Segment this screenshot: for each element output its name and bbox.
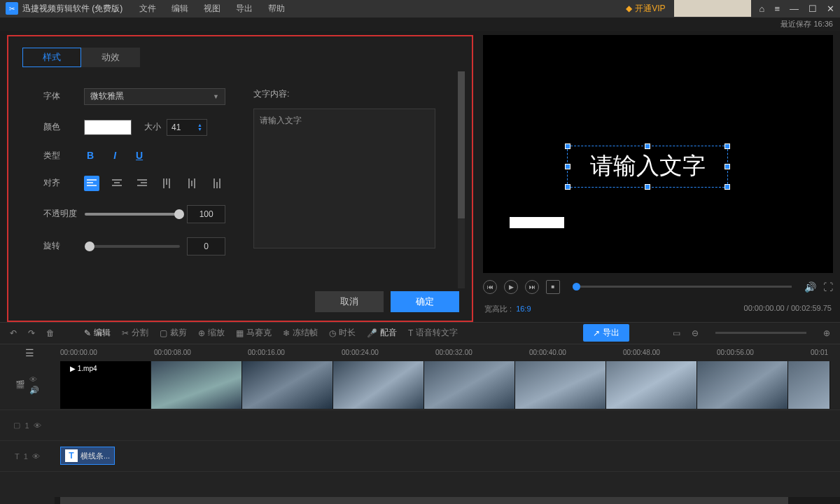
align-label: 对齐 [43,177,78,189]
video-clip[interactable]: ▶ 1.mp4 [60,361,830,409]
menu-export[interactable]: 导出 [236,3,253,15]
resize-handle[interactable] [565,164,570,169]
menu-edit[interactable]: 编辑 [172,3,188,15]
opacity-value[interactable]: 100 [187,205,225,223]
playback-slider[interactable] [573,286,792,288]
chevron-down-icon: ▼ [213,93,219,100]
close-icon[interactable]: ✕ [827,4,834,14]
save-status: 最近保存 16:36 [0,18,840,31]
redo-button[interactable]: ↷ [28,328,35,338]
main-menu: 文件 编辑 视图 导出 帮助 [139,3,285,15]
resize-handle[interactable] [724,184,730,190]
stop-button[interactable]: ■ [546,280,560,294]
prev-button[interactable]: ⏮ [483,280,497,294]
color-swatch[interactable] [84,120,132,135]
zoom-in-icon[interactable]: ⊕ [823,328,830,338]
overlay-bar[interactable] [510,217,564,228]
split-button[interactable]: ✂ 分割 [122,327,148,339]
align-v-top-button[interactable] [160,176,175,191]
opacity-slider[interactable] [85,213,181,216]
play-button[interactable]: ▶ [504,280,518,294]
align-v-mid-button[interactable] [185,176,200,191]
export-button[interactable]: ↗ 导出 [583,324,629,342]
resize-handle[interactable] [565,184,570,190]
resize-handle[interactable] [645,184,650,190]
home-icon[interactable]: ⌂ [760,4,765,14]
fullscreen-icon[interactable]: ⛶ [823,281,833,293]
tab-style[interactable]: 样式 [22,48,81,67]
titlebar: ✂ 迅捷视频剪辑软件 (免费版) 文件 编辑 视图 导出 帮助 ◆ 开通VIP … [0,0,840,18]
resize-handle[interactable] [724,144,730,149]
ruler-menu-icon[interactable]: ☰ [25,347,34,358]
time-ruler[interactable]: ☰ 00:00:00.00 00:00:08.00 00:00:16.00 00… [0,344,840,360]
resize-handle[interactable] [645,144,650,149]
mosaic-button[interactable]: ▦ 马赛克 [236,327,272,339]
track-head: 🎬 👁🔊 [0,375,55,395]
dub-button[interactable]: 🎤 配音 [367,327,397,339]
vip-button[interactable]: ◆ 开通VIP [626,3,665,15]
menu-help[interactable]: 帮助 [268,3,285,15]
edit-toolbar: ↶ ↷ 🗑 ✎ 编辑 ✂ 分割 ▢ 裁剪 ⊕ 缩放 ▦ 马赛克 ❄ 冻结帧 ◷ … [0,322,840,344]
eye-icon[interactable]: 👁 [32,452,40,461]
eye-icon[interactable]: 👁 [34,421,41,430]
video-track[interactable]: 🎬 👁🔊 ▶ 1.mp4 [0,360,840,410]
font-select[interactable]: 微软雅黑 ▼ [84,88,225,105]
italic-button[interactable]: I [113,150,116,161]
ok-button[interactable]: 确定 [391,291,459,312]
zoom-slider[interactable] [715,332,806,334]
duration-button[interactable]: ◷ 时长 [329,327,356,339]
size-spinner[interactable]: 41 ▲▼ [167,119,207,136]
aspect-label: 宽高比 : [484,304,512,313]
overlay-track[interactable]: ▢ 1 👁 [0,410,840,441]
text-icon: T [65,449,78,462]
edit-button[interactable]: ✎ 编辑 [84,327,111,339]
timeline-scrollbar[interactable] [55,497,840,504]
volume-icon[interactable]: 🔊 [804,281,816,293]
undo-button[interactable]: ↶ [10,328,17,338]
diamond-icon: ◆ [626,4,632,13]
minimize-icon[interactable]: — [790,4,799,14]
text-content-input[interactable]: 请输入文字 [253,108,435,248]
text-clip[interactable]: T 横线条... [60,447,115,465]
zoom-out-icon[interactable]: ⊖ [692,328,699,338]
underline-button[interactable]: U [136,150,143,161]
delete-button[interactable]: 🗑 [46,328,55,338]
preview-thumb [674,0,751,17]
text-overlay[interactable]: 请输入文字 [567,146,728,188]
rotate-slider[interactable] [85,245,181,248]
align-left-button[interactable] [84,176,99,191]
text-track[interactable]: T 1 👁 T 横线条... [0,441,840,472]
zoom-button[interactable]: ⊕ 缩放 [198,327,225,339]
hamburger-icon[interactable]: ≡ [774,4,780,14]
stt-button[interactable]: T 语音转文字 [408,327,458,339]
size-label: 大小 [144,121,161,133]
dialog-scrollbar[interactable] [458,71,465,288]
crop-button[interactable]: ▢ 裁剪 [160,327,187,339]
timeline: ☰ 00:00:00.00 00:00:08.00 00:00:16.00 00… [0,344,840,504]
bold-button[interactable]: B [87,150,94,161]
text-style-dialog: 样式 动效 字体 微软雅黑 ▼ 颜色 大小 [7,35,473,322]
rotate-label: 旋转 [43,240,78,252]
freeze-button[interactable]: ❄ 冻结帧 [283,327,318,339]
rotate-value[interactable]: 0 [187,237,225,255]
type-label: 类型 [43,150,78,162]
next-button[interactable]: ⏭ [525,280,539,294]
content-label: 文字内容: [253,88,455,100]
align-right-button[interactable] [134,176,150,191]
video-track-icon: 🎬 [15,380,25,389]
sound-icon[interactable]: 🔊 [29,386,39,395]
align-v-bot-button[interactable] [210,176,225,191]
fit-icon[interactable]: ▭ [673,328,680,338]
tab-motion[interactable]: 动效 [81,48,140,67]
eye-icon[interactable]: 👁 [29,375,39,384]
app-title: 迅捷视频剪辑软件 (免费版) [22,3,122,15]
align-center-button[interactable] [109,176,125,191]
resize-handle[interactable] [724,164,730,169]
overlay-track-icon: ▢ [13,421,20,430]
maximize-icon[interactable]: ☐ [808,4,817,14]
menu-view[interactable]: 视图 [204,3,220,15]
menu-file[interactable]: 文件 [139,3,156,15]
opacity-label: 不透明度 [43,208,78,220]
resize-handle[interactable] [565,144,570,149]
cancel-button[interactable]: 取消 [315,291,384,312]
